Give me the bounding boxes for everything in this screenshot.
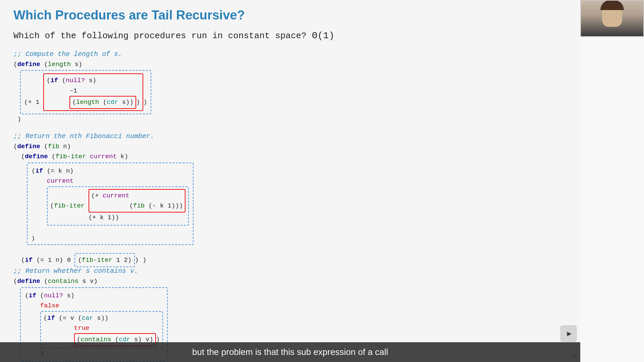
question-line: Which of the following procedures run in… bbox=[13, 31, 567, 41]
length-code: (define (length s) bbox=[13, 59, 567, 69]
question-text: Which of the following procedures run in… bbox=[13, 31, 307, 41]
webcam-person bbox=[581, 1, 643, 36]
contains-define: (define (contains s v) bbox=[13, 276, 567, 286]
fib-red-box: (+ current (fib (- k 1))) bbox=[89, 189, 186, 213]
fib-iter-dashed-box: (fib-iter (+ current (fib (- k 1))) (+ k… bbox=[47, 186, 189, 226]
length-comment: ;; Compute the length of s. bbox=[13, 50, 567, 58]
subtitle-bar: but the problem is that this sub express… bbox=[0, 342, 580, 362]
contains-comment: ;; Return whether s contains v. bbox=[13, 267, 567, 275]
theta-symbol: Θ(1) bbox=[312, 31, 334, 41]
fib-bottom-dashed: (fib-iter 1 2) bbox=[74, 253, 135, 267]
length-if-red-box: (if (null? s) -1 (length (cdr s))) bbox=[43, 73, 143, 111]
length-recursive-red-box: (length (cdr s)) bbox=[69, 96, 136, 109]
person-head bbox=[602, 3, 622, 27]
fib-comment: ;; Return the nth Fibonacci number. bbox=[13, 132, 567, 140]
slide-content: Which Procedures are Tail Recursive? Whi… bbox=[0, 0, 580, 362]
length-outer-box: (+ 1 (if (null? s) -1 (length (cdr s)))) bbox=[20, 70, 151, 114]
play-button[interactable] bbox=[560, 325, 577, 342]
fib-section: ;; Return the nth Fibonacci number. (def… bbox=[13, 132, 567, 245]
length-section: ;; Compute the length of s. (define (len… bbox=[13, 50, 567, 124]
slide-title: Which Procedures are Tail Recursive? bbox=[13, 8, 567, 22]
webcam-panel bbox=[580, 0, 644, 37]
fib-outer-box: (if (= k n) current (fib-iter (+ current… bbox=[27, 163, 194, 245]
fib-define: (define (fib n) (define (fib-iter curren… bbox=[13, 141, 567, 162]
code-columns: ;; Compute the length of s. (define (len… bbox=[13, 50, 567, 267]
left-column: ;; Compute the length of s. (define (len… bbox=[13, 50, 567, 267]
